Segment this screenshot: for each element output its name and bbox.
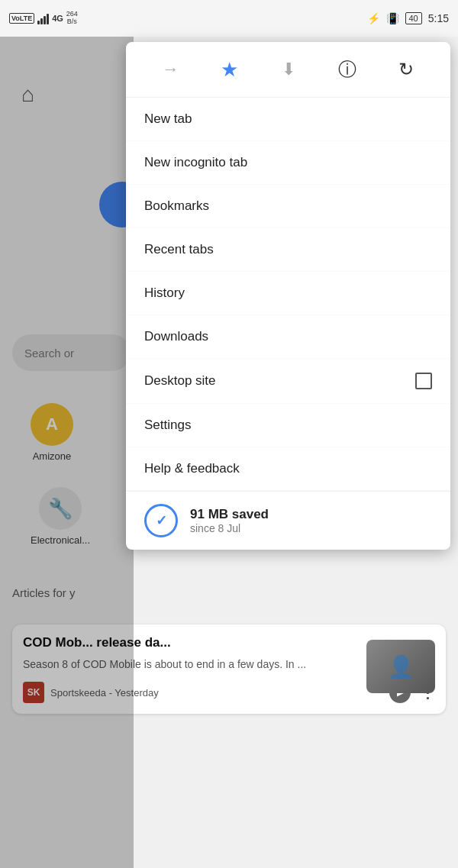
vibrate-icon: 📳	[386, 12, 399, 24]
new-tab-label: New tab	[144, 111, 192, 127]
signal-bar-4	[47, 14, 49, 24]
status-bar: VoLTE 4G 264 B/s ⚡ 📳 40 5:15	[0, 0, 458, 37]
data-saved-since: since 8 Jul	[190, 522, 269, 534]
bluetooth-icon: ⚡	[367, 12, 380, 24]
menu-toolbar: → ★ ⬇ ⓘ ↻	[126, 42, 450, 98]
recent-tabs-label: Recent tabs	[144, 242, 214, 257]
data-saved-amount: 91 MB saved	[190, 507, 269, 522]
data-saved-icon	[144, 504, 178, 537]
status-right: ⚡ 📳 40 5:15	[367, 12, 450, 24]
settings-label: Settings	[144, 418, 191, 433]
menu-item-help[interactable]: Help & feedback	[126, 447, 450, 491]
status-time: 5:15	[428, 12, 449, 24]
menu-item-recent-tabs[interactable]: Recent tabs	[126, 228, 450, 272]
volte-indicator: VoLTE	[9, 13, 34, 24]
status-left: VoLTE 4G 264 B/s	[9, 11, 78, 26]
menu-item-bookmarks[interactable]: Bookmarks	[126, 185, 450, 228]
overlay-dim	[0, 37, 134, 868]
data-saved-text: 91 MB saved since 8 Jul	[190, 507, 269, 534]
star-icon: ★	[221, 58, 238, 82]
news-thumbnail: 👤	[366, 640, 435, 693]
signal-strength	[37, 12, 49, 24]
desktop-site-checkbox[interactable]	[415, 373, 432, 389]
reload-icon: ↻	[398, 59, 414, 80]
menu-item-history[interactable]: History	[126, 272, 450, 315]
network-type: 4G	[52, 14, 63, 23]
signal-bar-3	[44, 16, 46, 24]
dropdown-menu: → ★ ⬇ ⓘ ↻ New tab New incognito tab Book…	[126, 42, 450, 550]
thumbnail-placeholder: 👤	[388, 654, 414, 679]
downloads-label: Downloads	[144, 329, 208, 344]
menu-item-desktop-site[interactable]: Desktop site	[126, 359, 450, 404]
menu-item-new-tab[interactable]: New tab	[126, 98, 450, 141]
data-saved-section: 91 MB saved since 8 Jul	[126, 491, 450, 550]
bookmark-button[interactable]: ★	[214, 54, 245, 85]
incognito-label: New incognito tab	[144, 155, 247, 170]
forward-button[interactable]: →	[156, 54, 186, 85]
info-icon: ⓘ	[338, 57, 356, 82]
forward-icon: →	[163, 60, 179, 79]
signal-bar-2	[40, 18, 43, 24]
bookmarks-label: Bookmarks	[144, 198, 209, 214]
info-button[interactable]: ⓘ	[332, 54, 363, 85]
download-icon: ⬇	[282, 60, 295, 79]
menu-item-settings[interactable]: Settings	[126, 404, 450, 447]
download-button[interactable]: ⬇	[273, 54, 304, 85]
speed-unit: B/s	[66, 18, 78, 26]
desktop-site-label: Desktop site	[144, 373, 216, 389]
menu-item-incognito[interactable]: New incognito tab	[126, 141, 450, 185]
signal-bar-1	[37, 21, 40, 24]
history-label: History	[144, 286, 185, 301]
help-label: Help & feedback	[144, 461, 240, 476]
reload-button[interactable]: ↻	[391, 54, 421, 85]
menu-item-downloads[interactable]: Downloads	[126, 315, 450, 359]
battery-indicator: 40	[405, 12, 422, 24]
network-speed: 264 B/s	[66, 11, 78, 26]
